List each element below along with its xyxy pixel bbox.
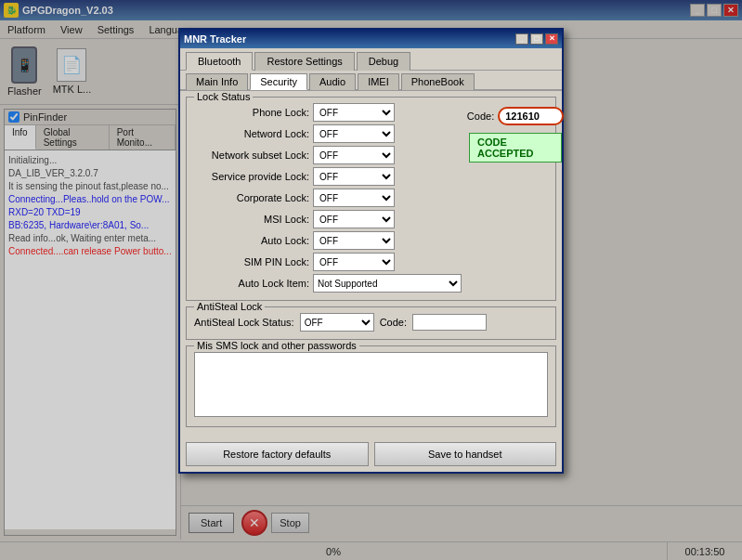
sim-pin-lock-row: SIM PIN Lock: OFF: [194, 253, 462, 271]
lock-status-label: Lock Status: [194, 91, 253, 102]
auto-lock-item-select[interactable]: Not Supported: [313, 274, 462, 293]
msi-lock-row: MSI Lock: OFF: [194, 210, 462, 228]
netword-lock-row: Netword Lock: OFF: [194, 124, 462, 143]
dialog-footer: Restore factory defaults Save to handset: [180, 438, 562, 472]
corporate-lock-select[interactable]: OFF: [313, 189, 395, 207]
tab-restore-settings[interactable]: Restore Settings: [254, 52, 354, 71]
msi-lock-label: MSI Lock:: [194, 214, 313, 225]
dialog-tabs-bottom: Main Info Security Audio IMEI PhoneBook: [180, 72, 562, 91]
sim-pin-lock-label: SIM PIN Lock:: [194, 256, 313, 267]
auto-lock-row: Auto Lock: OFF: [194, 231, 462, 250]
service-provide-lock-select[interactable]: OFF: [313, 167, 395, 186]
netword-lock-label: Netword Lock:: [194, 128, 313, 139]
lock-status-main: Phone Lock: OFF Netword Lock: OFF Networ…: [194, 103, 548, 293]
corporate-lock-label: Corporate Lock:: [194, 192, 313, 203]
sms-section: Mis SMS lock and other passwords: [186, 345, 556, 427]
mnr-tracker-dialog: MNR Tracker _ □ ✕ Bluetooth Restore Sett…: [178, 28, 564, 474]
dialog-close-button[interactable]: ✕: [545, 33, 558, 45]
auto-lock-label: Auto Lock:: [194, 235, 313, 246]
dialog-minimize-button[interactable]: _: [515, 33, 528, 45]
network-subset-lock-row: Network subset Lock: OFF: [194, 146, 462, 164]
lock-fields: Phone Lock: OFF Netword Lock: OFF Networ…: [194, 103, 462, 293]
antisteal-code-label: Code:: [380, 317, 407, 328]
dialog-content: Lock Status Phone Lock: OFF Netword Lock…: [180, 91, 562, 438]
tab-debug[interactable]: Debug: [357, 52, 410, 71]
tab-security[interactable]: Security: [250, 73, 307, 90]
sms-label: Mis SMS lock and other passwords: [194, 340, 359, 351]
tab-main-info[interactable]: Main Info: [186, 73, 248, 90]
auto-lock-item-label: Auto Lock Item:: [194, 278, 313, 289]
code-row: Code:: [467, 107, 564, 125]
tab-audio[interactable]: Audio: [309, 73, 356, 90]
service-provide-lock-label: Service provide Lock:: [194, 171, 313, 182]
code-area: Code: CODE ACCEPTED: [469, 103, 562, 293]
phone-lock-label: Phone Lock:: [194, 107, 313, 118]
corporate-lock-row: Corporate Lock: OFF: [194, 189, 462, 207]
dialog-title: MNR Tracker: [184, 33, 246, 45]
tab-phonebook[interactable]: PhoneBook: [401, 73, 475, 90]
msi-lock-select[interactable]: OFF: [313, 210, 395, 228]
sim-pin-lock-select[interactable]: OFF: [313, 253, 395, 271]
dialog-title-controls: _ □ ✕: [515, 33, 558, 45]
service-provide-lock-row: Service provide Lock: OFF: [194, 167, 462, 186]
code-accepted-label: CODE ACCEPTED: [469, 133, 562, 163]
code-label: Code:: [467, 111, 494, 122]
code-input[interactable]: [505, 111, 556, 122]
antisteal-section: AntiSteal Lock AntiSteal Lock Status: OF…: [186, 306, 556, 340]
antisteal-label: AntiSteal Lock: [194, 301, 265, 312]
dialog-maximize-button[interactable]: □: [530, 33, 543, 45]
lock-status-section: Lock Status Phone Lock: OFF Netword Lock…: [186, 97, 556, 301]
network-subset-lock-select[interactable]: OFF: [313, 146, 395, 164]
antisteal-status-select[interactable]: OFF: [300, 313, 374, 332]
code-input-wrapper: [498, 107, 564, 125]
restore-defaults-button[interactable]: Restore factory defaults: [186, 442, 369, 466]
tab-bluetooth[interactable]: Bluetooth: [186, 52, 253, 71]
auto-lock-item-row: Auto Lock Item: Not Supported: [194, 274, 462, 293]
code-accepted-area: CODE ACCEPTED: [469, 133, 562, 163]
dialog-title-bar: MNR Tracker _ □ ✕: [180, 30, 562, 48]
tab-imei[interactable]: IMEI: [358, 73, 399, 90]
sms-textarea[interactable]: [194, 352, 548, 417]
antisteal-status-label: AntiSteal Lock Status:: [194, 317, 294, 328]
network-subset-lock-label: Network subset Lock:: [194, 150, 313, 161]
auto-lock-select[interactable]: OFF: [313, 231, 395, 250]
dialog-tabs-top: Bluetooth Restore Settings Debug: [180, 48, 562, 71]
save-to-handset-button[interactable]: Save to handset: [374, 442, 557, 466]
netword-lock-select[interactable]: OFF: [313, 124, 395, 143]
antisteal-row: AntiSteal Lock Status: OFF Code:: [194, 313, 548, 332]
phone-lock-row: Phone Lock: OFF: [194, 103, 462, 122]
antisteal-code-input[interactable]: [412, 314, 487, 331]
modal-overlay: MNR Tracker _ □ ✕ Bluetooth Restore Sett…: [0, 0, 742, 560]
phone-lock-select[interactable]: OFF: [313, 103, 395, 122]
